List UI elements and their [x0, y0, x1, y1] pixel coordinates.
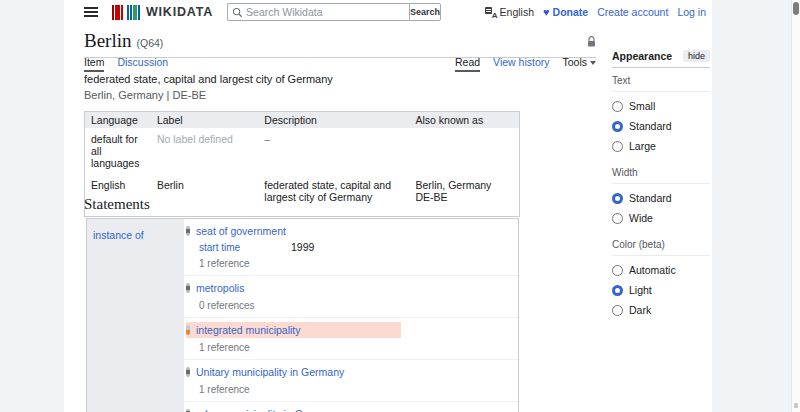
language-icon: A: [485, 7, 497, 18]
radio-color-automatic[interactable]: Automatic: [612, 264, 710, 276]
references-toggle[interactable]: 1 reference: [199, 257, 518, 270]
language-label: English: [500, 6, 534, 18]
statement-claim: urban municipality in Germany 0 referenc…: [184, 401, 518, 412]
radio-color-light[interactable]: Light: [612, 284, 710, 296]
rank-selector-icon[interactable]: [186, 367, 190, 377]
statement-group: instance of seat of government start tim…: [86, 218, 519, 412]
tools-menu[interactable]: Tools: [562, 56, 596, 68]
radio-label: Wide: [629, 212, 653, 224]
claims-column: seat of government start time 1999 1 ref…: [184, 219, 518, 412]
scrollbar-end-mark: [794, 403, 798, 408]
cell-label: No label defined: [151, 128, 258, 174]
statement-claim: Unitary municipality in Germany 1 refere…: [184, 359, 518, 401]
table-row: English Berlin federated state, capital …: [85, 174, 519, 208]
radio-text-standard[interactable]: Standard: [612, 120, 710, 132]
chevron-down-icon: [590, 61, 596, 65]
radio-label: Dark: [629, 304, 651, 316]
radio-color-dark[interactable]: Dark: [612, 304, 710, 316]
cell-description: federated state, capital and largest cit…: [258, 174, 409, 208]
language-selector[interactable]: A English: [485, 6, 534, 18]
cell-label: Berlin: [151, 174, 258, 208]
donate-link[interactable]: ♥ Donate: [543, 6, 588, 18]
radio-label: Light: [629, 284, 652, 296]
table-row: default for all languages No label defin…: [85, 128, 519, 174]
entity-id: (Q64): [137, 37, 164, 49]
page-title: Berlin: [84, 30, 132, 52]
cell-description: –: [258, 128, 409, 174]
tab-view-history[interactable]: View history: [493, 56, 549, 70]
login-link[interactable]: Log in: [677, 6, 706, 18]
radio-text-small[interactable]: Small: [612, 100, 710, 112]
radio-label: Automatic: [629, 264, 676, 276]
radio-icon: [612, 213, 623, 224]
tab-item[interactable]: Item: [84, 56, 104, 72]
cell-language: default for all languages: [85, 128, 151, 174]
radio-icon-checked: [612, 121, 623, 132]
search-input[interactable]: [246, 6, 405, 18]
terms-header-row: Language Label Description Also known as: [85, 112, 519, 128]
statement-value-link[interactable]: metropolis: [196, 282, 244, 294]
appearance-header: Appearance hide: [612, 50, 710, 68]
tab-read[interactable]: Read: [455, 56, 480, 72]
scrollbar-thumb[interactable]: [793, 2, 799, 15]
statement-claim: metropolis 0 references: [184, 275, 518, 317]
col-language: Language: [85, 112, 151, 128]
radio-label: Standard: [629, 192, 672, 204]
statement-value-link[interactable]: Unitary municipality in Germany: [196, 366, 344, 378]
wikidata-logo-icon: [112, 5, 141, 20]
search-box[interactable]: [227, 3, 409, 21]
col-label: Label: [151, 112, 258, 128]
aliases-text: Berlin, Germany | DE-BE: [84, 89, 564, 101]
statement-value-link[interactable]: urban municipality in Germany: [196, 408, 338, 412]
radio-icon: [612, 265, 623, 276]
rank-selector-icon-deprecated[interactable]: [186, 325, 190, 335]
property-link-instance-of[interactable]: instance of: [93, 229, 144, 241]
col-also-known-as: Also known as: [410, 112, 520, 128]
highlighted-statement: integrated municipality: [186, 322, 401, 338]
radio-icon-checked: [612, 193, 623, 204]
wikidata-wordmark: WIKIDATA: [146, 5, 213, 19]
create-account-link[interactable]: Create account: [597, 6, 668, 18]
heart-icon: ♥: [543, 7, 550, 18]
protection-lock-icon[interactable]: [587, 36, 596, 47]
radio-width-wide[interactable]: Wide: [612, 212, 710, 224]
qualifier-property-link[interactable]: start time: [199, 242, 291, 253]
wikidata-item-page: WIKIDATA Search A English ♥ Donate Creat…: [0, 0, 800, 412]
appearance-panel: Appearance hide Text Small Standard Larg…: [612, 50, 710, 324]
search-button[interactable]: Search: [409, 3, 441, 21]
hide-appearance-button[interactable]: hide: [683, 50, 710, 62]
statements-heading: Statements: [84, 196, 150, 213]
statement-value-link[interactable]: integrated municipality: [196, 324, 300, 336]
references-toggle[interactable]: 0 references: [199, 299, 518, 312]
rank-selector-icon[interactable]: [186, 226, 190, 236]
search-bar: Search: [227, 3, 441, 21]
entity-description: federated state, capital and largest cit…: [84, 73, 564, 101]
radio-label: Standard: [629, 120, 672, 132]
radio-text-large[interactable]: Large: [612, 140, 710, 152]
tab-discussion[interactable]: Discussion: [117, 56, 168, 70]
menu-icon[interactable]: [84, 7, 98, 17]
qualifier-value: 1999: [291, 241, 314, 253]
property-column: instance of: [87, 219, 184, 412]
title-block: Berlin (Q64): [84, 30, 596, 58]
cell-aliases: [410, 128, 520, 174]
appearance-title: Appearance: [612, 50, 672, 62]
description-text: federated state, capital and largest cit…: [84, 73, 564, 85]
text-section-label: Text: [612, 68, 710, 92]
radio-icon: [612, 101, 623, 112]
page-tabs: Item Discussion Read View history Tools: [84, 56, 596, 72]
qualifier-row: start time 1999: [199, 240, 518, 254]
statement-value-link[interactable]: seat of government: [196, 225, 286, 237]
cell-aliases: Berlin, Germany DE-BE: [410, 174, 520, 208]
color-section-label: Color (beta): [612, 232, 710, 256]
statement-claim: integrated municipality 1 reference: [184, 317, 518, 359]
rank-selector-icon[interactable]: [186, 283, 190, 293]
header-user-links: A English ♥ Donate Create account Log in: [485, 6, 706, 18]
wikidata-logo[interactable]: WIKIDATA: [112, 5, 213, 20]
references-toggle[interactable]: 1 reference: [199, 383, 518, 396]
radio-width-standard[interactable]: Standard: [612, 192, 710, 204]
references-toggle[interactable]: 1 reference: [199, 341, 518, 354]
vertical-scrollbar[interactable]: [791, 0, 800, 412]
radio-icon: [612, 141, 623, 152]
radio-label: Large: [629, 140, 656, 152]
